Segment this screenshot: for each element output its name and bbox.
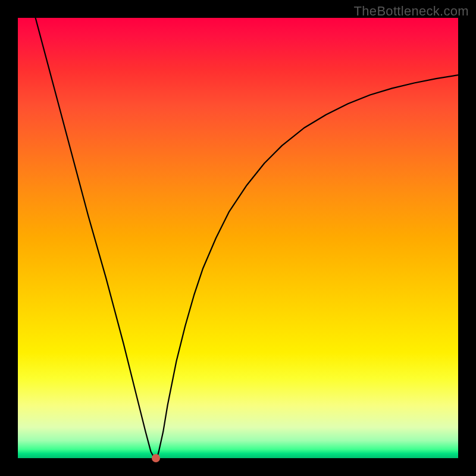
minimum-marker [152, 454, 160, 462]
bottleneck-curve [18, 18, 458, 458]
watermark-text: TheBottleneck.com [354, 4, 469, 19]
plot-area [18, 18, 458, 458]
chart-container: TheBottleneck.com [0, 0, 476, 476]
